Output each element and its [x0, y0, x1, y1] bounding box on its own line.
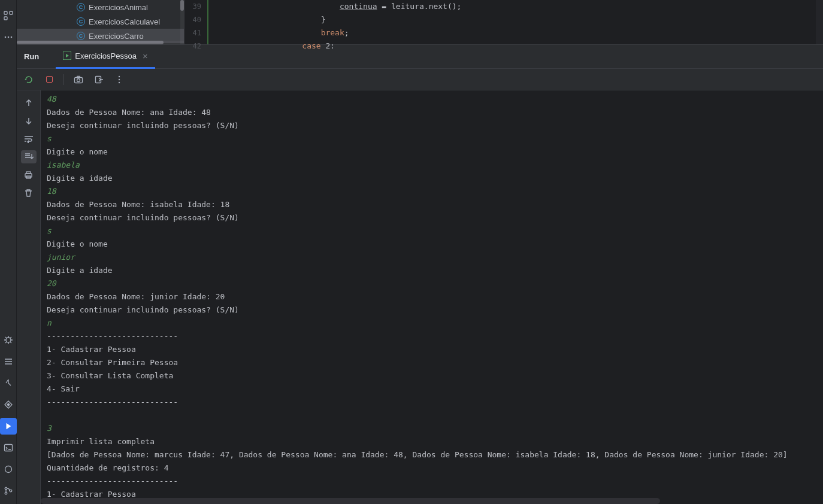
build-tool-icon[interactable] — [0, 375, 17, 391]
console-side-rail — [17, 90, 41, 504]
console-input-line: isabela — [47, 159, 823, 172]
tree-item-label: ExerciciosAnimal — [89, 3, 148, 12]
svg-point-5 — [11, 37, 13, 38]
console-output-line: Deseja continuar incluindo pessoas? (S/N… — [47, 211, 823, 224]
terminal-icon[interactable] — [0, 439, 17, 456]
console-output-line: Dados de Pessoa Nome: isabela Idade: 18 — [47, 198, 823, 211]
scroll-to-end-icon[interactable] — [21, 150, 37, 163]
svg-rect-0 — [4, 11, 7, 14]
console-output-line: ---------------------------- — [47, 475, 823, 488]
console-output-line: Dados de Pessoa Nome: junior Idade: 20 — [47, 290, 823, 303]
debug-icon[interactable] — [0, 332, 17, 348]
svg-marker-9 — [7, 423, 11, 430]
svg-rect-10 — [5, 445, 13, 451]
export-icon[interactable] — [93, 74, 105, 86]
svg-point-14 — [10, 490, 12, 492]
console-output-line: Quantidade de registros: 4 — [47, 462, 823, 475]
run-toolbar — [17, 69, 823, 90]
camera-icon[interactable] — [72, 74, 84, 86]
tree-item-label: ExerciciosCalculavel — [89, 17, 160, 26]
tree-item[interactable]: CExerciciosCalculavel — [17, 14, 184, 29]
console-output-line: 2- Consultar Primeira Pessoa — [47, 356, 823, 369]
rerun-icon[interactable] — [23, 74, 35, 86]
services-icon[interactable] — [0, 396, 17, 413]
svg-marker-8 — [7, 403, 10, 406]
svg-marker-24 — [27, 140, 29, 143]
tree-vertical-scrollbar[interactable] — [180, 0, 184, 44]
class-icon: C — [77, 32, 85, 40]
svg-rect-1 — [10, 11, 13, 14]
run-tool-label: Run — [24, 52, 39, 61]
console-output-line: ---------------------------- — [47, 396, 823, 409]
console-input-line: 48 — [47, 93, 823, 106]
console-output-line: Digite a idade — [47, 172, 823, 185]
console-output-line: 4- Sair — [47, 382, 823, 396]
editor-gutter: 39404142 — [184, 0, 208, 44]
print-icon[interactable] — [21, 168, 37, 181]
svg-point-4 — [8, 37, 10, 38]
trash-icon[interactable] — [21, 186, 37, 199]
svg-rect-2 — [4, 17, 7, 20]
class-icon: C — [77, 17, 85, 26]
console-input-line: 20 — [47, 277, 823, 290]
console-output[interactable]: 48Dados de Pessoa Nome: ana Idade: 48Des… — [41, 90, 823, 504]
run-tool-icon[interactable] — [0, 418, 17, 435]
console-output-line — [47, 409, 823, 422]
project-tree[interactable]: CExerciciosAnimalCExerciciosCalculavelCE… — [17, 0, 184, 44]
console-input-line: 3 — [47, 422, 823, 435]
svg-point-13 — [5, 492, 7, 494]
stop-icon[interactable] — [43, 74, 55, 86]
svg-point-6 — [6, 338, 11, 342]
console-input-line: junior — [47, 251, 823, 264]
svg-point-23 — [119, 81, 120, 83]
console-output-line: Imprimir lista completa — [47, 435, 823, 448]
console-output-line: Digite o nome — [47, 238, 823, 251]
editor-code[interactable]: continua = leitura.next(); } break; case… — [208, 0, 823, 44]
tree-item-label: ExerciciosCarro — [89, 32, 144, 41]
code-editor[interactable]: 39404142 continua = leitura.next(); } br… — [184, 0, 823, 44]
console-output-line: Deseja continuar incluindo pessoas? (S/N… — [47, 119, 823, 132]
console-input-line: s — [47, 132, 823, 145]
console-output-line: Digite a idade — [47, 264, 823, 277]
tree-horizontal-scrollbar[interactable] — [17, 41, 184, 44]
structure-tool-icon[interactable] — [0, 7, 17, 24]
svg-rect-26 — [26, 172, 31, 174]
svg-point-3 — [5, 37, 7, 38]
toolbar-more-icon[interactable] — [113, 74, 125, 86]
notifications-icon[interactable] — [0, 461, 17, 478]
console-output-line: Digite o nome — [47, 145, 823, 159]
close-tab-icon[interactable]: × — [143, 51, 148, 61]
svg-point-22 — [119, 78, 120, 80]
run-tab-name: ExerciciosPessoa — [75, 51, 137, 60]
svg-marker-17 — [25, 79, 27, 80]
scroll-down-icon[interactable] — [21, 114, 37, 127]
console-output-line: 3- Consultar Lista Completa — [47, 369, 823, 382]
more-tool-icon[interactable] — [0, 29, 17, 45]
console-output-line: 1- Cadastrar Pessoa — [47, 343, 823, 356]
console-horizontal-scrollbar[interactable] — [41, 498, 660, 504]
left-tool-rail — [0, 0, 17, 504]
console-input-line: s — [47, 224, 823, 238]
soft-wrap-icon[interactable] — [21, 132, 37, 145]
console-output-line: [Dados de Pessoa Nome: marcus Idade: 47,… — [47, 448, 823, 462]
scroll-up-icon[interactable] — [21, 96, 37, 110]
lines-tool-icon[interactable] — [0, 353, 17, 370]
run-tab-exercicios-pessoa[interactable]: ExerciciosPessoa × — [56, 45, 155, 69]
svg-point-12 — [5, 487, 7, 490]
git-icon[interactable] — [0, 482, 17, 499]
console-output-line: Deseja continuar incluindo pessoas? (S/N… — [47, 303, 823, 317]
class-icon: C — [77, 3, 85, 11]
svg-marker-16 — [66, 54, 69, 57]
tree-item[interactable]: CExerciciosAnimal — [17, 0, 184, 14]
svg-point-19 — [77, 78, 80, 81]
run-play-icon — [63, 51, 71, 60]
console-output-line: ---------------------------- — [47, 330, 823, 343]
console-input-line: n — [47, 317, 823, 330]
svg-point-21 — [119, 75, 120, 77]
svg-point-11 — [5, 466, 12, 473]
console-output-line: Dados de Pessoa Nome: ana Idade: 48 — [47, 106, 823, 119]
console-input-line: 18 — [47, 185, 823, 198]
editor-vertical-scrollbar[interactable] — [816, 0, 823, 44]
